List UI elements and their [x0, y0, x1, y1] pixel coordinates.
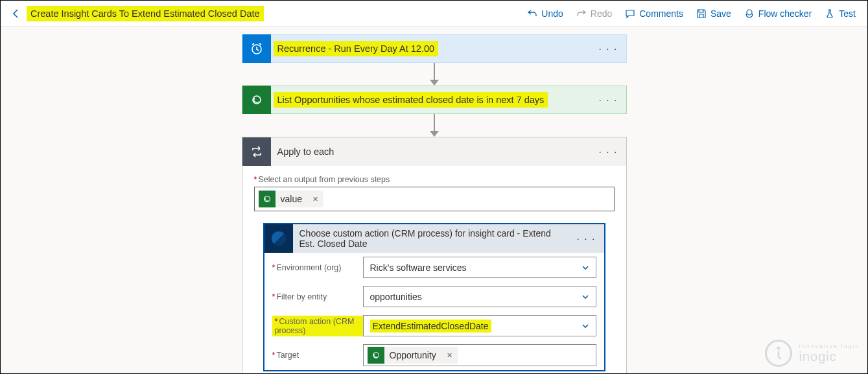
clock-icon — [242, 34, 271, 63]
remove-pill-icon[interactable]: ✕ — [307, 195, 323, 204]
custom-action-title: Choose custom action (CRM process) for i… — [293, 228, 576, 249]
header-toolbar: Create Insight Cards To Extend Estimated… — [1, 1, 867, 27]
environment-value: Rick's software services — [370, 263, 467, 273]
loop-icon — [242, 137, 271, 166]
custom-action-card: Choose custom action (CRM process) for i… — [263, 223, 605, 371]
flow-checker-label: Flow checker — [758, 8, 812, 19]
trigger-step[interactable]: Recurrence - Run Every Day At 12.00 · · … — [242, 34, 627, 63]
undo-label: Undo — [541, 8, 563, 19]
target-input[interactable]: Opportunity ✕ — [363, 344, 596, 366]
dataverse-icon — [368, 347, 384, 364]
list-menu[interactable]: · · · — [598, 95, 626, 105]
custom-action-header[interactable]: Choose custom action (CRM process) for i… — [264, 224, 604, 253]
apply-header[interactable]: Apply to each · · · — [242, 137, 626, 166]
opportunity-pill-text: Opportunity — [384, 350, 441, 360]
redo-label: Redo — [591, 8, 612, 19]
select-output-label: *Select an output from previous steps — [254, 175, 615, 184]
filter-select[interactable]: opportunities — [363, 286, 596, 307]
select-output-input[interactable]: value ✕ — [254, 187, 615, 211]
test-button[interactable]: Test — [818, 3, 862, 24]
apply-menu[interactable]: · · · — [598, 146, 626, 157]
back-button[interactable] — [6, 3, 27, 24]
comments-label: Comments — [639, 8, 683, 19]
undo-button[interactable]: Undo — [521, 3, 569, 24]
filter-label: *Filter by entity — [272, 292, 363, 301]
remove-pill-icon[interactable]: ✕ — [441, 351, 458, 360]
environment-label: *Environment (org) — [272, 263, 363, 272]
connector-arrow — [430, 63, 439, 86]
redo-button: Redo — [570, 3, 618, 24]
comments-button[interactable]: Comments — [618, 3, 690, 24]
list-title: List Opportunities whose estimated close… — [274, 92, 548, 108]
dataverse-icon — [259, 191, 276, 207]
dataverse-icon — [242, 86, 271, 114]
flow-canvas: Recurrence - Run Every Day At 12.00 · · … — [1, 27, 867, 373]
target-label: *Target — [272, 351, 363, 360]
custom-action-select[interactable]: ExtendEstimatedClosedDate — [363, 315, 596, 336]
dynamics-icon — [264, 224, 293, 253]
flow-title: Create Insight Cards To Extend Estimated… — [27, 6, 264, 21]
save-button[interactable]: Save — [690, 3, 738, 24]
connector-arrow — [430, 114, 439, 137]
chevron-down-icon — [581, 264, 589, 272]
value-pill-text: value — [276, 194, 307, 204]
apply-title: Apply to each — [271, 146, 341, 157]
custom-action-menu[interactable]: · · · — [576, 233, 604, 244]
chevron-down-icon — [581, 322, 589, 330]
value-pill: value ✕ — [259, 191, 323, 207]
apply-to-each-step: Apply to each · · · *Select an output fr… — [242, 137, 627, 373]
opportunity-pill: Opportunity ✕ — [368, 347, 458, 364]
save-label: Save — [710, 8, 731, 19]
environment-select[interactable]: Rick's software services — [363, 257, 596, 278]
test-label: Test — [839, 8, 856, 19]
flow-checker-button[interactable]: Flow checker — [738, 3, 818, 24]
custom-action-label: *Custom action (CRM process) — [272, 316, 363, 336]
chevron-down-icon — [581, 293, 589, 301]
filter-value: opportunities — [370, 292, 422, 302]
trigger-menu[interactable]: · · · — [598, 43, 626, 54]
trigger-title: Recurrence - Run Every Day At 12.00 — [274, 41, 439, 56]
list-step[interactable]: List Opportunities whose estimated close… — [242, 86, 627, 114]
custom-action-value: ExtendEstimatedClosedDate — [370, 320, 491, 333]
